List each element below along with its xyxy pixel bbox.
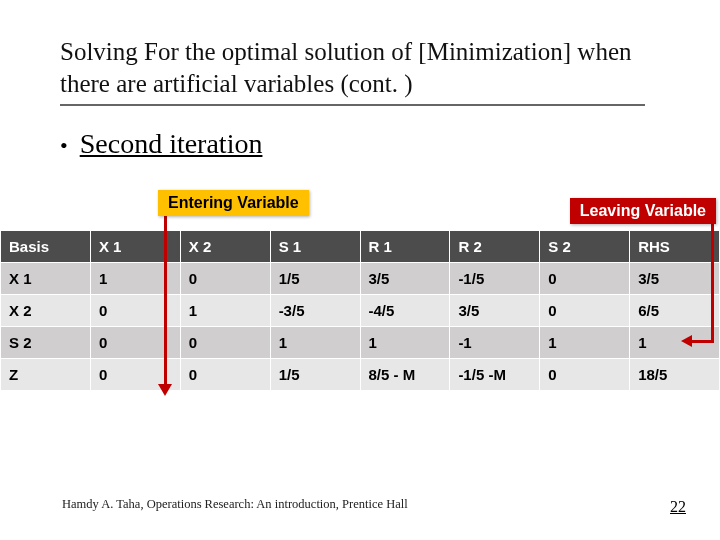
table-row: Z 0 0 1/5 8/5 - M -1/5 -M 0 18/5 (1, 359, 720, 391)
table-cell: 1 (540, 327, 630, 359)
table-cell: 0 (90, 327, 180, 359)
table-cell: 1 (180, 295, 270, 327)
table-header-cell: X 1 (90, 231, 180, 263)
table-cell: 0 (540, 359, 630, 391)
table-header-cell: X 2 (180, 231, 270, 263)
bullet-dot-icon: • (60, 135, 68, 157)
table-cell: Z (1, 359, 91, 391)
table-row: S 2 0 0 1 1 -1 1 1 (1, 327, 720, 359)
table-header-cell: RHS (630, 231, 720, 263)
table-cell: -1/5 (450, 263, 540, 295)
table-header-cell: Basis (1, 231, 91, 263)
bullet-row: • Second iteration (60, 128, 680, 160)
entering-variable-tag: Entering Variable (158, 190, 309, 216)
table-cell: 3/5 (630, 263, 720, 295)
footer-citation: Hamdy A. Taha, Operations Research: An i… (62, 497, 408, 512)
table-cell: X 1 (1, 263, 91, 295)
table-cell: 0 (90, 359, 180, 391)
table-cell: 0 (90, 295, 180, 327)
table-cell: 0 (540, 263, 630, 295)
simplex-table: Basis X 1 X 2 S 1 R 1 R 2 S 2 RHS X 1 1 … (0, 230, 720, 391)
table-header-cell: R 2 (450, 231, 540, 263)
table-row: X 1 1 0 1/5 3/5 -1/5 0 3/5 (1, 263, 720, 295)
bullet-text: Second iteration (80, 128, 263, 160)
table-row: X 2 0 1 -3/5 -4/5 3/5 0 6/5 (1, 295, 720, 327)
table-cell: 0 (180, 263, 270, 295)
table-cell: X 2 (1, 295, 91, 327)
table-cell: 1/5 (270, 263, 360, 295)
table-cell: 0 (180, 359, 270, 391)
table-cell: -4/5 (360, 295, 450, 327)
table-header-cell: S 1 (270, 231, 360, 263)
table-cell: 1 (360, 327, 450, 359)
title-underline (60, 104, 645, 106)
table-cell: 1 (630, 327, 720, 359)
table-cell: 6/5 (630, 295, 720, 327)
slide-title: Solving For the optimal solution of [Min… (60, 36, 680, 100)
table-cell: S 2 (1, 327, 91, 359)
table-header-cell: R 1 (360, 231, 450, 263)
table-header-cell: S 2 (540, 231, 630, 263)
table-cell: -1 (450, 327, 540, 359)
table-cell: 0 (540, 295, 630, 327)
table-cell: 1 (270, 327, 360, 359)
page-number: 22 (670, 498, 686, 516)
table-cell: 0 (180, 327, 270, 359)
table-cell: -1/5 -M (450, 359, 540, 391)
leaving-variable-tag: Leaving Variable (570, 198, 716, 224)
table-cell: 18/5 (630, 359, 720, 391)
table-header-row: Basis X 1 X 2 S 1 R 1 R 2 S 2 RHS (1, 231, 720, 263)
table-cell: 1 (90, 263, 180, 295)
table-cell: 3/5 (450, 295, 540, 327)
table-cell: -3/5 (270, 295, 360, 327)
table-cell: 8/5 - M (360, 359, 450, 391)
table-cell: 3/5 (360, 263, 450, 295)
table-cell: 1/5 (270, 359, 360, 391)
